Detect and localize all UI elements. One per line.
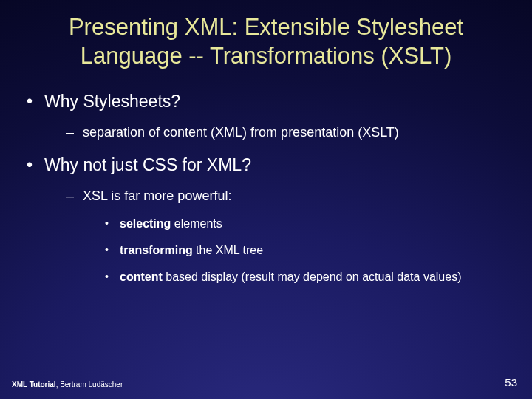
bullet-lvl1-label: Why not just CSS for XML? bbox=[44, 155, 251, 174]
bullet-lvl3: transforming the XML tree bbox=[103, 244, 532, 257]
slide-title: Presenting XML: Extensible Stylesheet La… bbox=[0, 13, 532, 71]
bullet-lvl2-label: XSL is far more powerful: bbox=[83, 188, 231, 203]
bullet-lvl2: XSL is far more powerful: selecting elem… bbox=[65, 188, 532, 284]
bullet-lvl3-bold: transforming bbox=[120, 244, 193, 256]
footer-left-rest: , Bertram Ludäscher bbox=[56, 381, 123, 389]
bullet-lvl2-label: separation of content (XML) from present… bbox=[83, 125, 399, 140]
bullet-lvl3: selecting elements bbox=[103, 217, 532, 231]
bullet-lvl1-label: Why Stylesheets? bbox=[44, 92, 180, 111]
page-number: 53 bbox=[505, 376, 517, 389]
bullet-lvl3: content based display (result may depend… bbox=[103, 270, 532, 284]
bullet-lvl3-bold: content bbox=[120, 270, 163, 283]
bullet-lvl3-rest: elements bbox=[171, 217, 222, 230]
bullet-lvl1: Why not just CSS for XML? XSL is far mor… bbox=[24, 155, 532, 284]
bullet-sublist: separation of content (XML) from present… bbox=[44, 125, 532, 140]
bullet-subsublist: selecting elements transforming the XML … bbox=[83, 217, 532, 284]
bullet-lvl3-rest: based display (result may depend on actu… bbox=[163, 270, 462, 283]
bullet-lvl3-rest: the XML tree bbox=[193, 244, 263, 256]
bullet-list: Why Stylesheets? separation of content (… bbox=[0, 92, 532, 284]
bullet-lvl2: separation of content (XML) from present… bbox=[65, 125, 532, 140]
footer-left-bold: XML Tutorial bbox=[12, 381, 56, 389]
slide: Presenting XML: Extensible Stylesheet La… bbox=[0, 0, 532, 399]
footer-left: XML Tutorial, Bertram Ludäscher bbox=[12, 381, 123, 389]
bullet-sublist: XSL is far more powerful: selecting elem… bbox=[44, 188, 532, 284]
bullet-lvl3-bold: selecting bbox=[120, 217, 171, 230]
bullet-lvl1: Why Stylesheets? separation of content (… bbox=[24, 92, 532, 140]
